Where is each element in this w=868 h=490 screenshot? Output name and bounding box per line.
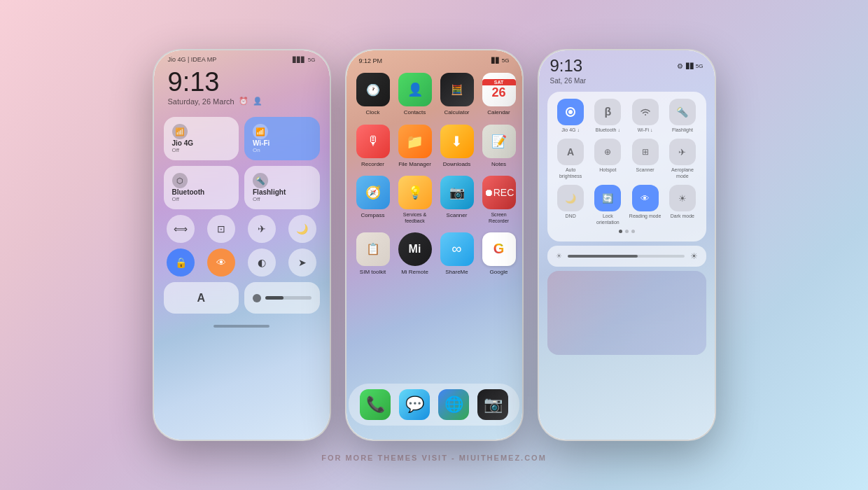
app-screenrec[interactable]: ⏺REC Screen Recorder [482, 176, 516, 224]
phone-2: 9:12 PM ▊▊5G 🕐 Clock 👤 Contacts 🧮 Calcul… [345, 49, 524, 441]
ctrl-jio[interactable]: Jio 4G ↓ [554, 99, 587, 133]
app-sim[interactable]: 📋 SIM toolkit [356, 232, 390, 276]
eye-btn[interactable]: 👁 [207, 248, 235, 276]
home-indicator [154, 319, 330, 333]
brightness-tile[interactable] [244, 282, 320, 314]
sim-icon: 📋 [356, 232, 390, 266]
ctrl-flashlight[interactable]: 🔦 Flashlight [666, 99, 699, 133]
action-row: 🔒 👁 ◐ ➤ [164, 248, 320, 276]
app-google[interactable]: G Google [482, 232, 516, 276]
settings-icon[interactable]: ⚙ [677, 62, 683, 70]
ctrl-dnd[interactable]: 🌙 DND [554, 185, 587, 225]
watermark: FOR MORE THEMES VISIT - MIUITHEMEZ.COM [321, 454, 547, 462]
brightness-bar [265, 296, 312, 300]
status-icons-2: ▊▊5G [491, 57, 510, 64]
ctrl-air-icon: ✈ [669, 139, 696, 165]
ctrl-wifi[interactable]: Wi-Fi ↓ [629, 99, 662, 133]
calc-label: Calculator [444, 109, 469, 116]
ctrl-read-mode[interactable]: 👁 Reading mode [629, 185, 662, 225]
app-compass[interactable]: 🧭 Compass [356, 176, 390, 224]
ctrl-scanner[interactable]: ⊞ Scanner [629, 139, 662, 179]
app-downloads[interactable]: ⬇ Downloads [440, 125, 474, 168]
moon-btn[interactable]: 🌙 [288, 215, 316, 243]
scanner-label: Scanner [447, 212, 468, 219]
ctrl-flash-icon: 🔦 [669, 99, 696, 125]
svg-point-2 [645, 114, 646, 115]
ctrl-rm-icon: 👁 [632, 185, 659, 211]
scanner-icon: 📷 [440, 176, 474, 209]
ctrl-scan-label: Scanner [636, 167, 654, 173]
dock-chrome[interactable]: 🌐 [438, 389, 469, 420]
home-bar [214, 325, 270, 328]
filemanager-icon: 📁 [398, 125, 432, 158]
brightness-section: A [164, 282, 320, 314]
wifi-tile[interactable]: 📶 Wi-Fi On [244, 117, 320, 160]
ctrl-flash-label: Flashlight [672, 127, 693, 133]
scan-btn[interactable]: ⊡ [207, 215, 235, 243]
date-text: Saturday, 26 March [168, 97, 234, 106]
app-notes[interactable]: 📝 Notes [482, 125, 516, 168]
app-calendar[interactable]: SAT 26 Calendar [482, 73, 516, 116]
control-panel: Jio 4G ↓ β Bluetooth ↓ Wi-Fi ↓ [547, 92, 706, 241]
time-display: 9:13 [168, 69, 316, 95]
compass-label: Compass [361, 212, 385, 219]
calendar-icon: SAT 26 [482, 73, 516, 106]
bright-low-icon: ☀ [556, 252, 562, 260]
direction-btn[interactable]: ➤ [288, 248, 316, 276]
app-scanner[interactable]: 📷 Scanner [440, 176, 474, 224]
contrast-btn[interactable]: ◐ [248, 248, 276, 276]
wifi-small-btn[interactable]: ⟺ [167, 215, 195, 243]
ctrl-row-2: A Auto brightness ⊕ Hotspot ⊞ Scanner ✈ … [554, 139, 699, 179]
lock-orient-btn[interactable]: 🔒 [167, 248, 195, 276]
ctrl-bt-label: Bluetooth ↓ [596, 127, 620, 133]
ctrl-airplane[interactable]: ✈ Aeroplane mode [666, 139, 699, 179]
flashlight-label: Flashlight [253, 188, 312, 196]
brightness-track[interactable] [568, 255, 685, 258]
app-clock[interactable]: 🕐 Clock [356, 73, 390, 116]
miremote-label: Mi Remote [401, 269, 428, 276]
app-services[interactable]: 💡 Services & feedback [398, 176, 432, 224]
app-recorder[interactable]: 🎙 Recorder [356, 125, 390, 168]
phone-3: 9:13 ⚙ ▊▊ 5G Sat, 26 Mar Jio 4G ↓ β Blue… [538, 49, 716, 441]
jio4g-tile[interactable]: 📶 Jio 4G Off [164, 117, 239, 160]
icon-row: ⟺ ⊡ ✈ 🌙 [164, 215, 320, 243]
time-3: 9:13 [550, 56, 583, 76]
flashlight-sub: Off [253, 196, 312, 202]
phone-1: Jio 4G | IDEA MP ▊▊▊5G 9:13 Saturday, 26… [153, 49, 331, 441]
contacts-label: Contacts [404, 109, 426, 116]
downloads-icon: ⬇ [440, 125, 474, 158]
brightness-fill [265, 296, 284, 300]
status-bar-2: 9:12 PM ▊▊5G [346, 50, 522, 67]
ctrl-wifi-label: Wi-Fi ↓ [638, 127, 653, 133]
bluetooth-tile[interactable]: ⬡ Bluetooth Off [164, 166, 239, 209]
brightness-dot [253, 294, 261, 302]
ctrl-lock-orient[interactable]: 🔄 Lock orientation [592, 185, 624, 225]
clock-label: Clock [365, 109, 379, 116]
ctrl-dark-mode[interactable]: ☀ Dark mode [666, 185, 699, 225]
app-filemanager[interactable]: 📁 File Manager [398, 125, 432, 168]
screenrec-icon: ⏺REC [482, 176, 516, 209]
airplane-btn[interactable]: ✈ [248, 215, 276, 243]
app-miremote[interactable]: Mi Mi Remote [398, 232, 432, 276]
ctrl-bt-icon: β [594, 99, 621, 125]
google-icon: G [482, 232, 516, 266]
filemanager-label: File Manager [398, 161, 431, 168]
ctrl-lo-icon: 🔄 [594, 185, 621, 211]
ctrl-hotspot[interactable]: ⊕ Hotspot [592, 139, 624, 179]
ctrl-bluetooth[interactable]: β Bluetooth ↓ [592, 99, 624, 133]
wifi-icon: 📶 [253, 124, 268, 139]
dock-camera[interactable]: 📷 [477, 389, 508, 420]
app-contacts[interactable]: 👤 Contacts [398, 73, 432, 116]
app-calculator[interactable]: 🧮 Calculator [440, 73, 474, 116]
profile-icon: 👤 [253, 97, 262, 106]
dock-messages[interactable]: 💬 [399, 389, 430, 420]
flashlight-tile[interactable]: 🔦 Flashlight Off [244, 166, 320, 209]
ctrl-scan-icon: ⊞ [632, 139, 659, 165]
ctrl-dnd-label: DND [566, 214, 576, 219]
brightness-panel: ☀ ☀ [547, 246, 706, 267]
auto-text: A [197, 292, 205, 304]
ctrl-lo-label: Lock orientation [592, 214, 624, 225]
dock-phone[interactable]: 📞 [360, 389, 391, 420]
ctrl-auto-bright[interactable]: A Auto brightness [554, 139, 587, 179]
app-shareme[interactable]: ∞ ShareMe [440, 232, 474, 276]
